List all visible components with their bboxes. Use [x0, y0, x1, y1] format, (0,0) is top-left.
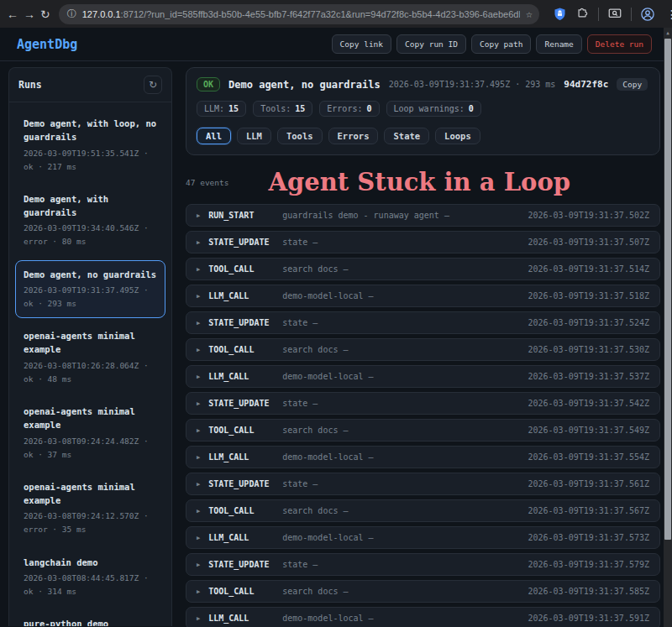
run-name: Demo agent, with loop, no guardrails	[24, 117, 157, 144]
scrollbar-up-icon[interactable]: ▲	[664, 29, 672, 35]
filter-tab[interactable]: State	[384, 128, 429, 144]
run-name: openai-agents minimal example	[24, 480, 157, 508]
expand-caret-icon[interactable]: ▶	[197, 266, 200, 273]
window-scrollbar[interactable]: ▲	[664, 28, 672, 627]
run-list-item[interactable]: openai-agents minimal example 2026-03-08…	[15, 397, 165, 469]
event-timestamp: 2026-03-09T19:31:37.537Z	[528, 372, 650, 381]
back-icon[interactable]: ←	[7, 4, 18, 24]
event-timestamp: 2026-03-09T19:31:37.579Z	[528, 560, 650, 569]
url-text[interactable]: 127.0.0.1:8712/?run_id=585ffb3d-b50b-4e5…	[82, 9, 520, 19]
event-detail: demo-model-local —	[282, 452, 528, 462]
event-row[interactable]: ▶ STATE_UPDATE state — 2026-03-09T19:31:…	[186, 311, 660, 334]
stat-badge: Errors:0	[319, 101, 379, 117]
run-list-item[interactable]: Demo agent, with loop, no guardrails 202…	[15, 109, 165, 181]
expand-caret-icon[interactable]: ▶	[197, 481, 200, 488]
events-count: 47 events	[186, 178, 228, 187]
event-type: LLM_CALL	[208, 372, 282, 381]
event-detail: search_docs —	[282, 426, 528, 435]
filter-tab[interactable]: Errors	[328, 128, 379, 144]
copy-path-button[interactable]: Copy path	[471, 34, 531, 54]
copy-run-id-button[interactable]: Copy run ID	[396, 34, 466, 54]
run-meta: 2026-03-09T19:51:35.541Z · ok · 217 ms	[24, 147, 157, 174]
run-name: Demo agent, with guardrails	[24, 192, 157, 220]
bookmark-star-icon[interactable]: ☆	[526, 8, 533, 20]
event-row[interactable]: ▶ LLM_CALL demo-model-local — 2026-03-09…	[186, 365, 660, 388]
event-row[interactable]: ▶ STATE_UPDATE state — 2026-03-09T19:31:…	[186, 392, 660, 415]
expand-caret-icon[interactable]: ▶	[197, 400, 200, 407]
stat-value: 0	[366, 104, 371, 113]
expand-caret-icon[interactable]: ▶	[197, 239, 200, 246]
run-meta: 2026-03-08T09:24:12.570Z · error · 35 ms	[24, 509, 157, 536]
event-detail: state —	[282, 560, 528, 569]
event-detail: demo-model-local —	[282, 372, 528, 381]
event-type: LLM_CALL	[208, 614, 282, 623]
expand-caret-icon[interactable]: ▶	[197, 427, 200, 434]
run-list-item[interactable]: openai-agents minimal example 2026-03-08…	[15, 473, 165, 545]
extensions-puzzle-icon[interactable]	[575, 7, 590, 21]
expand-caret-icon[interactable]: ▶	[197, 293, 200, 300]
rename-button[interactable]: Rename	[536, 34, 581, 54]
event-row[interactable]: ▶ LLM_CALL demo-model-local — 2026-03-09…	[186, 285, 660, 307]
shield-extension-icon[interactable]	[553, 7, 567, 21]
toolbar-separator	[598, 8, 599, 21]
profile-avatar-icon[interactable]	[640, 7, 655, 22]
event-row[interactable]: ▶ STATE_UPDATE state — 2026-03-09T19:31:…	[186, 553, 660, 576]
filter-tab[interactable]: All	[197, 128, 231, 144]
run-list-item[interactable]: Demo agent, with guardrails 2026-03-09T1…	[15, 185, 165, 257]
event-timestamp: 2026-03-09T19:31:37.567Z	[528, 506, 650, 515]
event-row[interactable]: ▶ STATE_UPDATE state — 2026-03-09T19:31:…	[186, 473, 660, 495]
event-row[interactable]: ▶ RUN_START guardrails demo - runaway ag…	[186, 204, 660, 227]
address-bar[interactable]: ⓘ 127.0.0.1:8712/?run_id=585ffb3d-b50b-4…	[59, 4, 539, 24]
event-row[interactable]: ▶ TOOL_CALL search_docs — 2026-03-09T19:…	[186, 338, 660, 361]
expand-caret-icon[interactable]: ▶	[197, 320, 200, 327]
event-row[interactable]: ▶ STATE_UPDATE state — 2026-03-09T19:31:…	[186, 231, 660, 253]
screen-search-icon[interactable]	[607, 7, 622, 21]
delete-run-button[interactable]: Delete run	[587, 34, 652, 54]
event-detail: demo-model-local —	[282, 533, 528, 542]
forward-icon[interactable]: →	[24, 4, 35, 24]
expand-caret-icon[interactable]: ▶	[197, 535, 200, 541]
event-row[interactable]: ▶ TOOL_CALL search_docs — 2026-03-09T19:…	[186, 258, 660, 280]
stat-label: Loop warnings:	[394, 104, 465, 113]
filter-tab[interactable]: Loops	[435, 128, 480, 144]
event-row[interactable]: ▶ LLM_CALL demo-model-local — 2026-03-09…	[186, 607, 660, 627]
browser-menu-icon[interactable]: ⋮	[664, 8, 672, 21]
event-type: STATE_UPDATE	[208, 479, 282, 489]
stat-value: 15	[295, 104, 305, 113]
site-info-icon[interactable]: ⓘ	[67, 8, 76, 20]
reload-icon[interactable]: ↻	[40, 4, 50, 24]
event-row[interactable]: ▶ TOOL_CALL search_docs — 2026-03-09T19:…	[186, 580, 660, 603]
event-row[interactable]: ▶ TOOL_CALL search_docs — 2026-03-09T19:…	[186, 419, 660, 442]
event-row[interactable]: ▶ LLM_CALL demo-model-local — 2026-03-09…	[186, 446, 660, 468]
run-title-row: OK Demo agent, no guardrails 2026-03-09T…	[197, 77, 649, 91]
run-list-item[interactable]: pure-python demo 2026-03-08T08:44:29.069…	[15, 609, 165, 626]
expand-caret-icon[interactable]: ▶	[197, 374, 200, 380]
event-row[interactable]: ▶ TOOL_CALL search_docs — 2026-03-09T19:…	[186, 499, 660, 522]
copy-id-button[interactable]: Copy	[617, 78, 648, 91]
url-path: :8712/?run_id=585ffb3d-b50b-4e55-bfb7-f6…	[121, 9, 520, 19]
overlay-heading: Agent Stuck in a Loop	[228, 168, 660, 196]
event-type: STATE_UPDATE	[208, 560, 282, 569]
expand-caret-icon[interactable]: ▶	[197, 212, 200, 219]
app-title: AgentDbg	[17, 37, 77, 52]
event-row[interactable]: ▶ LLM_CALL demo-model-local — 2026-03-09…	[186, 526, 660, 549]
event-detail: state —	[282, 399, 528, 408]
stat-value: 15	[228, 104, 239, 113]
expand-caret-icon[interactable]: ▶	[197, 615, 200, 622]
expand-caret-icon[interactable]: ▶	[197, 562, 200, 568]
expand-caret-icon[interactable]: ▶	[197, 347, 200, 353]
filter-tab[interactable]: LLM	[237, 128, 271, 144]
refresh-runs-button[interactable]: ↻	[144, 76, 162, 94]
event-detail: demo-model-local —	[282, 291, 528, 300]
expand-caret-icon[interactable]: ▶	[197, 588, 200, 595]
event-timestamp: 2026-03-09T19:31:37.507Z	[528, 238, 650, 247]
expand-caret-icon[interactable]: ▶	[197, 508, 200, 515]
run-list-item[interactable]: Demo agent, no guardrails 2026-03-09T19:…	[15, 260, 165, 319]
run-list-item[interactable]: openai-agents minimal example 2026-03-08…	[15, 321, 165, 394]
run-list-item[interactable]: langchain demo 2026-03-08T08:44:45.817Z …	[15, 548, 165, 607]
filter-tab[interactable]: Tools	[277, 128, 323, 144]
copy-link-button[interactable]: Copy link	[332, 34, 391, 54]
expand-caret-icon[interactable]: ▶	[197, 454, 200, 461]
event-detail: state —	[282, 479, 528, 489]
scrollbar-thumb[interactable]	[664, 39, 671, 540]
